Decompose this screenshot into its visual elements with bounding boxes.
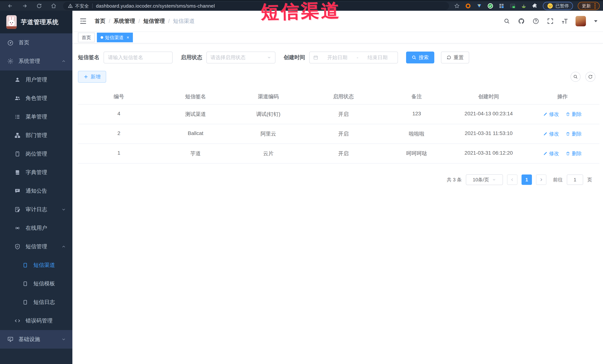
breadcrumb-home[interactable]: 首页 xyxy=(95,17,105,25)
search-icon xyxy=(412,55,417,60)
sidebar-item-home[interactable]: 首页 xyxy=(0,33,72,52)
app-title: 芋道管理系统 xyxy=(21,18,59,26)
prev-page-button[interactable] xyxy=(507,175,517,185)
table-row: 4 测试渠道 调试(钉钉) 开启 123 2021-04-13 00:23:14… xyxy=(78,105,600,124)
sidebar-item-infrastructure[interactable]: 基础设施 xyxy=(0,330,72,349)
security-chip[interactable]: 不安全 xyxy=(68,3,89,9)
caret-down-icon[interactable] xyxy=(594,20,597,22)
code-icon xyxy=(14,318,21,324)
browser-reload-icon[interactable] xyxy=(36,3,42,9)
extensions-puzzle-icon[interactable] xyxy=(532,3,538,9)
warning-icon xyxy=(68,3,73,8)
sign-label: 短信签名 xyxy=(78,54,99,61)
browser-back-icon[interactable] xyxy=(7,3,13,9)
message-card-icon xyxy=(22,281,29,287)
fullscreen-icon[interactable] xyxy=(546,17,554,25)
sidebar-item-roles[interactable]: 角色管理 xyxy=(0,89,72,108)
sidebar-item-departments[interactable]: 部门管理 xyxy=(0,126,72,145)
extension-grid-icon[interactable] xyxy=(498,3,505,9)
navbar: 首页 / 系统管理 / 短信管理 / 短信渠道 xyxy=(72,11,603,32)
tag-sms-channel[interactable]: 短信渠道 × xyxy=(97,33,133,42)
add-button[interactable]: 新增 xyxy=(78,71,106,83)
book-icon xyxy=(14,169,21,176)
extension-on-badge-icon[interactable]: on xyxy=(510,3,516,9)
font-size-icon[interactable] xyxy=(561,17,568,25)
update-label: 更新 xyxy=(582,3,591,9)
sidebar-item-online-users[interactable]: 在线用户 xyxy=(0,219,72,237)
github-icon[interactable] xyxy=(518,17,525,25)
sidebar-item-notices[interactable]: 通知公告 xyxy=(0,182,72,200)
sign-input[interactable] xyxy=(104,52,172,63)
refresh-icon xyxy=(447,55,451,60)
search-button[interactable]: 搜索 xyxy=(406,52,434,63)
delete-link[interactable]: 删除 xyxy=(566,111,582,118)
sms-channel-table: 编号 短信签名 渠道编码 启用状态 备注 创建时间 操作 4 测试渠道 调试(钉… xyxy=(78,89,600,164)
edit-link[interactable]: 修改 xyxy=(543,150,559,157)
toggle-search-button[interactable] xyxy=(570,72,580,82)
breadcrumb-system[interactable]: 系统管理 xyxy=(114,17,135,25)
reset-button[interactable]: 重置 xyxy=(441,52,469,63)
date-range-picker[interactable]: 开始日期 - 结束日期 xyxy=(309,52,398,63)
profile-paused-chip[interactable]: 已暂停 xyxy=(543,2,573,10)
bookmark-star-icon[interactable] xyxy=(454,3,460,9)
app-logo: 芋道管理系统 xyxy=(0,11,72,33)
status-select[interactable]: 请选择启用状态 xyxy=(206,52,275,63)
table-row: 1 芋道 云片 开启 呵呵呵哒 2021-03-31 06:12:20 修改 删… xyxy=(78,144,600,164)
browser-home-icon[interactable] xyxy=(50,3,57,9)
sidebar: 芋道管理系统 首页 系统管理 用户管理 角色管理 xyxy=(0,11,72,364)
url-text: dashboard.yudao.iocoder.cn/system/sms/sm… xyxy=(96,3,215,9)
browser-forward-icon[interactable] xyxy=(22,3,28,9)
rabbit-logo-icon xyxy=(6,15,17,29)
extension-orange-icon[interactable] xyxy=(465,3,471,9)
tag-home[interactable]: 首页 xyxy=(78,33,95,42)
extension-plant-icon[interactable] xyxy=(521,3,527,9)
avatar[interactable] xyxy=(576,16,586,26)
help-icon[interactable] xyxy=(532,17,540,25)
close-icon[interactable]: × xyxy=(127,35,129,40)
refresh-table-button[interactable] xyxy=(585,72,595,82)
extension-blue-icon[interactable] xyxy=(476,3,482,9)
divider xyxy=(92,3,93,8)
sidebar-item-sms-log[interactable]: 短信日志 xyxy=(0,293,72,311)
badge-icon xyxy=(14,151,21,157)
sidebar-item-posts[interactable]: 岗位管理 xyxy=(0,145,72,163)
org-tree-icon xyxy=(14,132,21,138)
sidebar-item-sms-template[interactable]: 短信模板 xyxy=(0,275,72,293)
plus-icon xyxy=(83,74,88,79)
list-icon xyxy=(14,114,21,120)
message-bubble-icon xyxy=(14,188,21,194)
edit-link[interactable]: 修改 xyxy=(543,130,559,137)
search-form: 短信签名 启用状态 请选择启用状态 创建时间 开始日 xyxy=(78,52,600,63)
sidebar-item-dictionary[interactable]: 字典管理 xyxy=(0,163,72,182)
chevron-down-icon xyxy=(267,55,271,60)
sidebar-item-sms-channel[interactable]: 短信渠道 xyxy=(0,256,72,275)
goto-page-input[interactable] xyxy=(567,175,583,185)
broadcast-icon xyxy=(14,225,21,231)
page-unit: 页 xyxy=(587,176,592,183)
sidebar-item-error-codes[interactable]: 错误码管理 xyxy=(0,311,72,330)
sidebar-item-menus[interactable]: 菜单管理 xyxy=(0,108,72,126)
sidebar-item-audit-log[interactable]: 审计日志 xyxy=(0,200,72,219)
hamburger-icon[interactable] xyxy=(79,17,87,25)
edit-link[interactable]: 修改 xyxy=(543,111,559,118)
next-page-button[interactable] xyxy=(536,175,546,185)
delete-link[interactable]: 删除 xyxy=(566,130,582,137)
search-icon xyxy=(573,74,578,79)
chevron-down-icon xyxy=(492,178,496,182)
page-size-select[interactable]: 10条/页 xyxy=(466,174,503,185)
search-icon[interactable] xyxy=(503,17,510,25)
breadcrumb-sms[interactable]: 短信管理 xyxy=(143,17,165,25)
delete-link[interactable]: 删除 xyxy=(566,150,582,157)
edit-icon xyxy=(543,112,547,116)
url-bar[interactable]: 不安全 dashboard.yudao.iocoder.cn/system/sm… xyxy=(63,2,449,10)
extension-green-icon[interactable] xyxy=(487,3,494,9)
sidebar-item-users[interactable]: 用户管理 xyxy=(0,70,72,89)
sidebar-item-system[interactable]: 系统管理 xyxy=(0,52,72,70)
chevron-down-icon xyxy=(61,337,66,342)
page-1-button[interactable]: 1 xyxy=(522,175,532,185)
shield-message-icon xyxy=(14,244,21,250)
sidebar-item-sms[interactable]: 短信管理 xyxy=(0,237,72,256)
chrome-update-button[interactable]: 更新 xyxy=(578,2,600,10)
user-icon xyxy=(14,77,21,83)
document-edit-icon xyxy=(14,207,21,212)
